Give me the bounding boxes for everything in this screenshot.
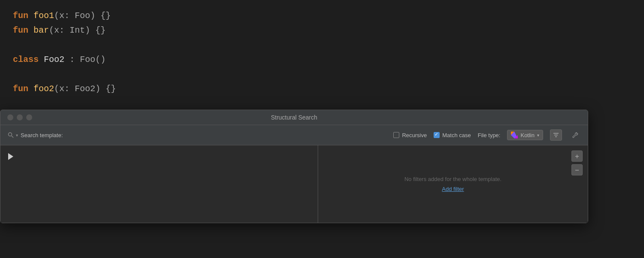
search-input-area[interactable] — [0, 145, 318, 223]
match-case-label: Match case — [442, 132, 471, 138]
search-icon-container: ▾ — [7, 132, 18, 138]
code-text: : Foo() — [64, 52, 106, 67]
filter-icon — [553, 132, 559, 138]
search-icon — [7, 132, 14, 138]
code-line-5 — [13, 67, 631, 82]
filter-button[interactable] — [550, 129, 562, 141]
svg-line-1 — [12, 136, 13, 138]
file-type-dropdown[interactable]: Kotlin ▾ — [507, 130, 543, 140]
structural-search-dialog: Structural Search ▾ Search template: Rec… — [0, 110, 588, 223]
recursive-label: Recursive — [402, 132, 427, 138]
code-text: (x: Foo2) {} — [54, 82, 116, 96]
recursive-checkbox[interactable] — [393, 132, 399, 138]
dialog-titlebar: Structural Search — [0, 110, 588, 125]
filters-placeholder: No filters added for the whole template. — [404, 176, 501, 182]
search-template-group: ▾ Search template: — [7, 132, 63, 138]
filters-area: No filters added for the whole template.… — [318, 145, 588, 223]
class-name: Foo2 — [44, 52, 64, 67]
maximize-button[interactable] — [26, 114, 32, 120]
kotlin-icon — [511, 132, 518, 138]
code-text: (x: Foo) {} — [54, 9, 111, 23]
search-dropdown-arrow[interactable]: ▾ — [16, 133, 18, 138]
dropdown-arrow-icon: ▾ — [537, 133, 539, 138]
code-line-6: fun foo2(x: Foo2) {} — [13, 82, 631, 96]
side-buttons: + − — [571, 150, 583, 175]
minimize-button[interactable] — [17, 114, 23, 120]
keyword-class: class — [13, 52, 44, 67]
code-line-1: fun foo1(x: Foo) {} — [13, 9, 631, 23]
close-button[interactable] — [7, 114, 13, 120]
remove-filter-button[interactable]: − — [571, 164, 583, 175]
file-type-value: Kotlin — [520, 132, 535, 138]
code-line-3 — [13, 38, 631, 52]
add-filter-button[interactable]: + — [571, 150, 583, 162]
cursor-indicator — [8, 153, 13, 160]
keyword-fun: fun — [13, 23, 33, 38]
file-type-label: File type: — [478, 132, 501, 138]
fn-name: bar — [33, 23, 49, 38]
code-text: (x: Int) {} — [49, 23, 106, 38]
keyword-fun: fun — [13, 9, 33, 23]
keyword-fun: fun — [13, 82, 33, 96]
dialog-title: Structural Search — [271, 114, 317, 121]
wrench-icon — [571, 132, 578, 138]
dialog-toolbar: ▾ Search template: Recursive Match case … — [0, 125, 588, 145]
search-template-label: Search template: — [21, 132, 63, 138]
dialog-content: No filters added for the whole template.… — [0, 145, 588, 223]
wrench-button[interactable] — [569, 129, 581, 141]
fn-name: foo1 — [33, 9, 54, 23]
svg-point-0 — [9, 133, 12, 136]
match-case-checkbox[interactable] — [434, 132, 440, 138]
add-filter-link[interactable]: Add filter — [442, 186, 464, 192]
fn-name: foo2 — [33, 82, 54, 96]
recursive-checkbox-group: Recursive — [393, 132, 427, 138]
code-line-2: fun bar(x: Int) {} — [13, 23, 631, 38]
traffic-lights — [7, 114, 32, 120]
match-case-checkbox-group: Match case — [434, 132, 471, 138]
code-line-4: class Foo2 : Foo() — [13, 52, 631, 67]
